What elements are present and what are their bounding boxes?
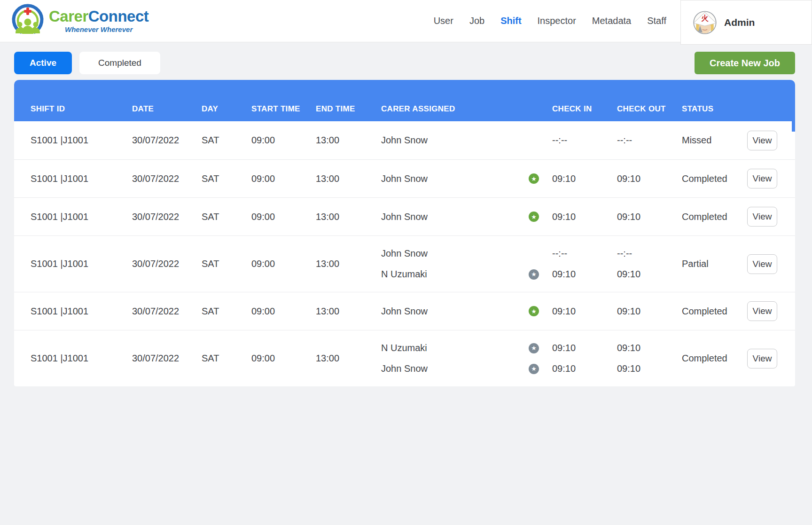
star-badge-icon: ★ [529, 364, 539, 374]
col-day: DAY [202, 104, 251, 114]
carer-check-out: --:-- [617, 248, 682, 259]
table-row: S1001 |J1001 30/07/2022 SAT 09:00 13:00 … [14, 121, 795, 159]
brand-name: CarerConnect [49, 8, 148, 24]
carer-check-out: 09:10 [617, 212, 682, 222]
cell-start-time: 09:00 [251, 353, 316, 364]
cell-start-time: 09:00 [251, 259, 316, 269]
table-row: S1001 |J1001 30/07/2022 SAT 09:00 13:00 … [14, 159, 795, 197]
carer-line: N Uzumaki ★ 09:10 09:10 [381, 338, 682, 359]
cell-start-time: 09:00 [251, 173, 316, 184]
create-new-job-button[interactable]: Create New Job [695, 52, 795, 74]
cell-end-time: 13:00 [316, 306, 381, 317]
cell-shift-id: S1001 |J1001 [31, 173, 132, 184]
nav-item-job[interactable]: Job [469, 16, 484, 26]
carer-check-in: 09:10 [552, 343, 617, 353]
carer-line: John Snow --:-- --:-- [381, 243, 682, 264]
header-sub-group: CARER ASSIGNED CHECK IN CHECK OUT [381, 104, 682, 114]
cell-status: Completed [682, 212, 747, 222]
carer-check-out: 09:10 [617, 173, 682, 184]
cell-status: Missed [682, 135, 747, 146]
carer-line: John Snow ★ 09:10 09:10 [381, 168, 682, 189]
carerconnect-logo-icon [10, 3, 45, 39]
cell-start-time: 09:00 [251, 135, 316, 146]
nav-item-shift[interactable]: Shift [500, 16, 521, 26]
tab-completed[interactable]: Completed [79, 52, 160, 74]
col-date: DATE [132, 104, 202, 114]
nav-item-inspector[interactable]: Inspector [538, 16, 576, 26]
view-button[interactable]: View [747, 131, 777, 150]
carer-cell: John Snow ★ [381, 173, 552, 184]
cell-status: Completed [682, 173, 747, 184]
cell-end-time: 13:00 [316, 173, 381, 184]
carer-lines: N Uzumaki ★ 09:10 09:10 John Snow ★ 09:1… [381, 338, 682, 379]
cell-actions: View [747, 301, 789, 321]
carer-cell: N Uzumaki ★ [381, 269, 552, 280]
cell-shift-id: S1001 |J1001 [31, 306, 132, 317]
carer-name: John Snow [381, 248, 428, 259]
admin-menu-button[interactable]: 火 Admin [680, 0, 812, 45]
carer-check-in: --:-- [552, 135, 617, 146]
top-navbar: CarerConnect Whenever Wherever UserJobSh… [0, 0, 812, 42]
carer-check-out: 09:10 [617, 269, 682, 280]
carer-check-out: 09:10 [617, 306, 682, 317]
admin-avatar: 火 [693, 11, 717, 34]
cell-actions: View [747, 131, 789, 150]
cell-status: Partial [682, 259, 747, 269]
col-end-time: END TIME [316, 104, 381, 114]
carer-lines: John Snow ★ 09:10 09:10 [381, 301, 682, 321]
view-button[interactable]: View [747, 301, 777, 321]
table-header: SHIFT ID DATE DAY START TIME END TIME CA… [14, 80, 795, 121]
carer-name: John Snow [381, 306, 428, 317]
view-button[interactable]: View [747, 207, 777, 227]
star-badge-icon: ★ [529, 212, 539, 222]
carer-name: John Snow [381, 173, 428, 184]
nav-item-staff[interactable]: Staff [647, 16, 666, 26]
carer-line: John Snow ★ 09:10 09:10 [381, 206, 682, 227]
carer-line: John Snow ★ 09:10 09:10 [381, 359, 682, 379]
cell-end-time: 13:00 [316, 212, 381, 222]
brand-name-secondary: Connect [88, 8, 149, 25]
toolbar: Active Completed Create New Job [0, 42, 812, 74]
cell-day: SAT [202, 173, 251, 184]
table-row: S1001 |J1001 30/07/2022 SAT 09:00 13:00 … [14, 292, 795, 330]
admin-label: Admin [724, 17, 755, 28]
carer-cell: John Snow ★ [381, 306, 552, 317]
cell-end-time: 13:00 [316, 353, 381, 364]
brand-text: CarerConnect Whenever Wherever [49, 8, 148, 33]
cell-day: SAT [202, 212, 251, 222]
view-button[interactable]: View [747, 169, 777, 188]
svg-text:火: 火 [701, 14, 709, 22]
cell-date: 30/07/2022 [132, 212, 202, 222]
nav-item-user[interactable]: User [434, 16, 453, 26]
cell-end-time: 13:00 [316, 259, 381, 269]
nav-item-metadata[interactable]: Metadata [592, 16, 631, 26]
carer-lines: John Snow ★ 09:10 09:10 [381, 206, 682, 227]
carer-name: John Snow [381, 212, 428, 222]
brand-logo[interactable]: CarerConnect Whenever Wherever [10, 3, 148, 39]
cell-date: 30/07/2022 [132, 173, 202, 184]
col-status: STATUS [682, 104, 747, 114]
star-badge-icon: ★ [529, 269, 539, 280]
carer-check-out: 09:10 [617, 363, 682, 374]
star-badge-icon: ★ [529, 306, 539, 316]
brand-name-primary: Carer [49, 8, 88, 25]
brand-tagline: Whenever Wherever [65, 25, 133, 33]
cell-day: SAT [202, 135, 251, 146]
vertical-scrollbar-thumb[interactable] [792, 121, 795, 132]
cell-actions: View [747, 169, 789, 188]
view-button[interactable]: View [747, 254, 777, 274]
cell-day: SAT [202, 306, 251, 317]
carer-check-in: 09:10 [552, 363, 617, 374]
carer-name: John Snow [381, 363, 428, 374]
cell-day: SAT [202, 353, 251, 364]
carer-check-in: 09:10 [552, 173, 617, 184]
view-button[interactable]: View [747, 349, 777, 368]
medical-cross-icon [24, 8, 31, 15]
carer-check-in: 09:10 [552, 212, 617, 222]
carer-line: N Uzumaki ★ 09:10 09:10 [381, 264, 682, 285]
tab-active[interactable]: Active [14, 52, 72, 74]
carer-cell: John Snow ★ [381, 212, 552, 222]
cell-date: 30/07/2022 [132, 306, 202, 317]
main-nav: UserJobShiftInspectorMetadataStaff [434, 16, 666, 26]
cell-date: 30/07/2022 [132, 259, 202, 269]
